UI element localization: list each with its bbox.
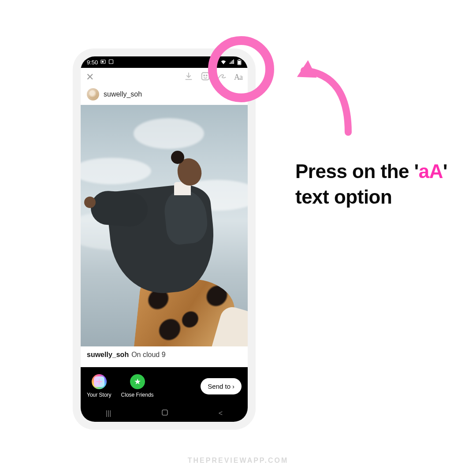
annotation-highlight-circle [208,36,274,102]
story-share-bar: Your Story ★ Close Friends Send to › [81,367,248,405]
svg-rect-11 [162,410,167,415]
chevron-right-icon: › [232,383,234,390]
close-friends-label: Close Friends [121,392,154,398]
instruction-pre: Press on the ' [295,160,419,182]
download-icon[interactable] [184,71,193,83]
status-time: 9:50 [87,59,98,66]
watermark: THEPREVIEWAPP.COM [0,457,476,465]
post-caption: suwelly_sohOn cloud 9 [81,346,248,367]
user-avatar[interactable] [87,88,99,100]
photo-subject [81,105,248,346]
notification-icon [108,59,114,66]
caption-text: On cloud 9 [131,351,165,358]
svg-point-10 [206,75,207,76]
your-story-icon [92,374,107,389]
svg-point-9 [204,75,205,76]
svg-rect-2 [109,60,113,63]
your-story-label: Your Story [87,392,112,398]
screenshot-icon [100,59,106,66]
phone-frame: 9:50 [73,48,256,430]
star-icon: ★ [130,374,145,389]
home-button[interactable] [161,409,168,418]
send-to-label: Send to [208,383,231,390]
instruction-highlight: aA [419,160,443,182]
caption-username[interactable]: suwelly_soh [87,351,129,358]
user-name[interactable]: suwelly_soh [104,90,142,98]
instruction-text: Press on the 'aA' text option [295,159,454,210]
phone-screen: 9:50 [81,56,248,422]
send-to-button[interactable]: Send to › [201,378,242,394]
back-button[interactable]: < [219,409,223,417]
your-story-button[interactable]: Your Story [87,374,112,398]
close-icon[interactable]: ✕ [86,71,94,83]
svg-rect-1 [102,61,104,63]
post-photo[interactable] [81,105,248,346]
annotation-arrow [291,57,366,141]
android-nav-bar: ||| < [81,405,248,422]
close-friends-button[interactable]: ★ Close Friends [121,374,154,398]
recents-button[interactable]: ||| [106,409,111,417]
